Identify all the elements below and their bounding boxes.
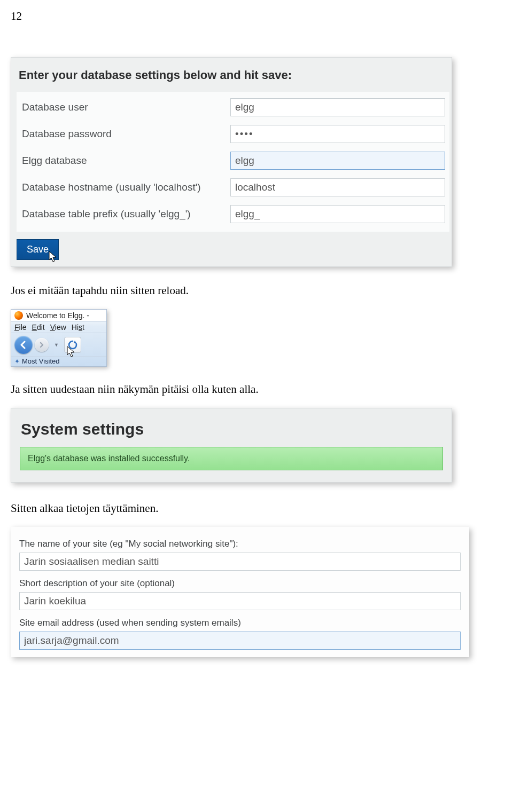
save-button[interactable]: Save [17, 239, 59, 260]
menu-view[interactable]: View [50, 323, 66, 332]
db-name-label: Elgg database [22, 154, 230, 168]
instruction-text-1: Jos ei mitään tapahdu niin sitten reload… [11, 284, 513, 297]
site-name-label: The name of your site (eg "My social net… [19, 539, 461, 549]
firefox-menu-bar: File Edit View Hist [11, 321, 106, 333]
db-user-row: Database user [22, 95, 445, 122]
firefox-tab-title: Welcome to Elgg. - [26, 311, 89, 320]
db-password-row: Database password •••• [22, 122, 445, 148]
site-email-input[interactable] [19, 632, 461, 650]
db-settings-body: Database user Database password •••• Elg… [17, 92, 449, 232]
site-form-panel: The name of your site (eg "My social net… [11, 527, 469, 657]
reload-button[interactable] [64, 337, 81, 353]
db-password-label: Database password [22, 128, 230, 141]
firefox-window-snippet: Welcome to Elgg. - File Edit View Hist ▼ [11, 309, 107, 367]
reload-icon [67, 340, 78, 350]
instruction-text-2: Ja sitten uudestaan niin näkymän pitäisi… [11, 383, 513, 396]
firefox-toolbar: ▼ [11, 333, 106, 356]
firefox-titlebar: Welcome to Elgg. - [11, 310, 106, 321]
db-host-row: Database hostname (usually 'localhost') [22, 175, 445, 202]
system-settings-panel: System settings Elgg's database was inst… [11, 408, 452, 483]
most-visited-link[interactable]: Most Visited [22, 357, 60, 365]
site-name-input[interactable] [19, 553, 461, 571]
history-dropdown-icon[interactable]: ▼ [54, 342, 59, 348]
db-name-input[interactable] [230, 152, 445, 170]
menu-file[interactable]: File [14, 323, 27, 332]
firefox-icon [14, 311, 23, 320]
instruction-text-3: Sitten alkaa tietojen täyttäminen. [11, 502, 513, 515]
system-success-message: Elgg's database was installed successful… [20, 447, 443, 470]
db-settings-title: Enter your database settings below and h… [11, 61, 452, 92]
site-email-label: Site email address (used when sending sy… [19, 618, 461, 628]
forward-button[interactable] [35, 338, 49, 352]
db-user-label: Database user [22, 101, 230, 114]
system-settings-title: System settings [20, 412, 446, 447]
db-prefix-input[interactable] [230, 205, 445, 223]
menu-edit[interactable]: Edit [32, 323, 45, 332]
arrow-right-icon [38, 342, 45, 348]
page-number: 12 [11, 10, 513, 23]
db-name-row: Elgg database [22, 148, 445, 175]
db-password-input[interactable]: •••• [230, 125, 445, 143]
db-prefix-label: Database table prefix (usually 'elgg_') [22, 208, 230, 221]
db-prefix-row: Database table prefix (usually 'elgg_') [22, 202, 445, 228]
db-host-label: Database hostname (usually 'localhost') [22, 181, 230, 194]
db-user-input[interactable] [230, 98, 445, 116]
arrow-left-icon [19, 341, 28, 349]
menu-history[interactable]: Hist [72, 323, 84, 332]
firefox-bookmarks-bar: ✦ Most Visited [11, 356, 106, 366]
back-button[interactable] [14, 336, 33, 354]
db-host-input[interactable] [230, 178, 445, 196]
bookmark-star-icon: ✦ [14, 358, 20, 365]
site-description-label: Short description of your site (optional… [19, 578, 461, 589]
site-description-input[interactable] [19, 592, 461, 610]
db-settings-panel: Enter your database settings below and h… [11, 57, 452, 267]
